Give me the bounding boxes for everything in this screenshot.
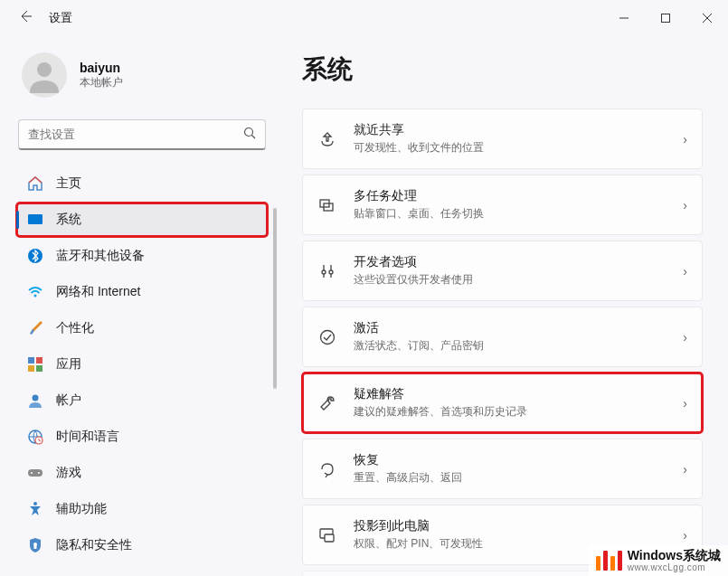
gamepad-icon [27,465,43,481]
sidebar-item-bluetooth[interactable]: 蓝牙和其他设备 [16,239,268,273]
card-body: 恢复 重置、高级启动、返回 [354,452,667,486]
svg-rect-25 [34,545,37,549]
chevron-right-icon: › [683,462,687,477]
svg-point-21 [31,472,33,474]
shield-icon [27,537,43,553]
main: 系统 就近共享 可发现性、收到文件的位置 › 多任务处理 贴靠窗口、桌面、任务切… [277,36,728,576]
sidebar-item-accessibility[interactable]: 辅助功能 [16,492,268,526]
search-icon [243,127,256,143]
sidebar-item-label: 蓝牙和其他设备 [56,248,145,264]
chevron-right-icon: › [683,264,687,279]
wrench-icon [317,393,337,413]
card-activation[interactable]: 激活 激活状态、订阅、产品密钥 › [302,307,703,367]
accessibility-icon [27,501,43,517]
svg-point-28 [322,270,326,274]
nav: 主页 系统 蓝牙和其他设备 网络和 Internet 个性化 [16,166,268,562]
svg-rect-13 [36,365,43,372]
user-name: baiyun [80,61,123,75]
sidebar-item-label: 辅助功能 [56,501,107,517]
card-body: 疑难解答 建议的疑难解答、首选项和历史记录 [354,386,667,420]
recovery-icon [317,459,337,479]
card-title: 投影到此电脑 [354,518,667,534]
multitask-icon [317,195,337,215]
card-title: 激活 [354,320,667,336]
user-row[interactable]: baiyun 本地帐户 [16,47,268,114]
sidebar-item-label: 主页 [56,175,81,192]
card-body: 多任务处理 贴靠窗口、桌面、任务切换 [354,188,667,222]
minimize-button[interactable] [603,4,645,33]
card-sub: 建议的疑难解答、首选项和历史记录 [354,404,667,420]
sidebar-item-label: 时间和语言 [56,429,119,445]
sidebar-item-time[interactable]: 时间和语言 [16,420,268,454]
projection-icon [317,525,337,545]
close-button[interactable] [686,4,728,33]
svg-rect-10 [28,357,34,364]
svg-rect-1 [662,14,670,23]
card-sub: 重置、高级启动、返回 [354,470,667,486]
card-title: 疑难解答 [354,386,667,402]
titlebar: 设置 [0,0,728,36]
svg-rect-7 [28,214,43,224]
developer-icon [317,261,337,281]
sidebar-item-label: 系统 [56,212,81,228]
card-multitasking[interactable]: 多任务处理 贴靠窗口、桌面、任务切换 › [302,175,703,235]
svg-rect-12 [28,365,34,372]
system-icon [27,212,43,228]
card-sub: 贴靠窗口、桌面、任务切换 [354,206,667,222]
search-input[interactable] [28,127,243,141]
sidebar-item-label: 个性化 [56,320,94,336]
card-title: 恢复 [354,452,667,468]
card-developer[interactable]: 开发者选项 这些设置仅供开发者使用 › [302,241,703,301]
card-sub: 这些设置仅供开发者使用 [354,272,667,288]
card-body: 开发者选项 这些设置仅供开发者使用 [354,254,667,288]
sidebar-item-apps[interactable]: 应用 [16,347,268,382]
wifi-icon [27,284,43,300]
card-sub: 可发现性、收到文件的位置 [354,140,667,156]
watermark-logo [596,551,622,571]
card-body: 激活 激活状态、订阅、产品密钥 [354,320,667,354]
sidebar-item-network[interactable]: 网络和 Internet [16,275,268,309]
search-box[interactable] [18,119,266,150]
sidebar-item-label: 应用 [56,356,81,373]
card-body: 就近共享 可发现性、收到文件的位置 [354,122,667,156]
card-troubleshoot[interactable]: 疑难解答 建议的疑难解答、首选项和历史记录 › [302,373,703,433]
chevron-right-icon: › [683,528,687,543]
chevron-right-icon: › [683,330,687,345]
sidebar-item-personalization[interactable]: 个性化 [16,311,268,345]
watermark-title: Windows系统城 [628,549,721,562]
maximize-button[interactable] [645,4,686,33]
bluetooth-icon [27,248,43,264]
window-controls [603,4,728,33]
chevron-right-icon: › [683,396,687,411]
titlebar-title: 设置 [49,10,72,26]
sidebar-item-gaming[interactable]: 游戏 [16,456,268,490]
sidebar-item-privacy[interactable]: 隐私和安全性 [16,528,268,562]
card-sub: 激活状态、订阅、产品密钥 [354,338,667,354]
home-icon [27,175,43,192]
settings-window: 设置 baiyun 本地帐户 [0,0,728,576]
account-icon [27,392,43,409]
svg-rect-20 [28,469,43,477]
globe-clock-icon [27,429,43,445]
svg-point-9 [34,295,37,297]
page-title: 系统 [302,52,703,87]
card-recovery[interactable]: 恢复 重置、高级启动、返回 › [302,439,703,499]
sidebar: baiyun 本地帐户 主页 系统 [0,36,277,576]
card-title: 多任务处理 [354,188,667,204]
svg-rect-11 [36,357,43,364]
svg-point-5 [245,127,253,136]
svg-point-30 [321,330,335,344]
settings-cards: 就近共享 可发现性、收到文件的位置 › 多任务处理 贴靠窗口、桌面、任务切换 › [302,109,703,576]
sidebar-item-label: 游戏 [56,465,81,481]
back-button[interactable] [18,9,33,27]
watermark: Windows系统城 www.wxcLgg.com [589,545,728,576]
card-nearby-sharing[interactable]: 就近共享 可发现性、收到文件的位置 › [302,109,703,169]
sidebar-item-label: 帐户 [56,392,81,409]
sidebar-item-accounts[interactable]: 帐户 [16,383,268,418]
sidebar-item-home[interactable]: 主页 [16,166,268,201]
svg-line-6 [252,135,256,138]
card-title: 开发者选项 [354,254,667,270]
share-icon [317,129,337,149]
sidebar-item-system[interactable]: 系统 [16,203,268,237]
titlebar-left: 设置 [18,9,72,27]
